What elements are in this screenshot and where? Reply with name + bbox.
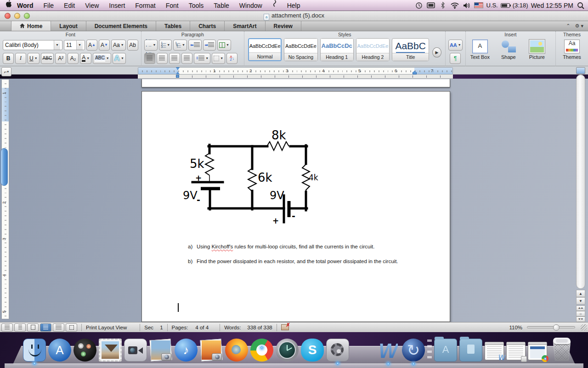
bold-button[interactable]: B <box>3 53 14 64</box>
input-source-label[interactable]: U.S. <box>486 2 498 9</box>
vertical-scrollbar[interactable] <box>576 75 585 289</box>
themes-button[interactable]: Aa Themes <box>556 40 588 66</box>
dock-minimized-word-document[interactable]: W <box>485 342 504 360</box>
window-resize-grip[interactable] <box>581 324 587 331</box>
align-right-button[interactable] <box>169 53 180 64</box>
browse-previous-button[interactable]: ⏶⏶ <box>576 305 585 311</box>
menu-clock[interactable]: Wed 12:55 PM <box>531 2 573 9</box>
browse-next-button[interactable]: ⏷⏷ <box>576 316 585 322</box>
collapse-ribbon-button[interactable]: ⌃ <box>566 23 570 29</box>
grow-font-button[interactable]: A▲ <box>86 40 97 51</box>
dock-finder-icon[interactable] <box>23 339 46 362</box>
style-no-spacing[interactable]: AaBbCcDdEe No Spacing <box>284 38 317 61</box>
tab-stop-selector[interactable]: ⌐▾ <box>1 67 11 76</box>
volume-icon[interactable] <box>462 1 471 10</box>
dock-time-machine-icon[interactable] <box>276 339 299 362</box>
more-styles-button[interactable]: ▶ <box>432 47 441 58</box>
insert-picture-button[interactable]: Picture <box>523 40 551 66</box>
sort-button[interactable]: AZ↓ <box>226 53 237 64</box>
zoom-slider[interactable] <box>527 326 575 328</box>
apple-menu[interactable] <box>0 0 12 11</box>
spotlight-icon[interactable] <box>576 1 585 10</box>
wifi-icon[interactable] <box>450 1 459 10</box>
scroll-down-button[interactable]: ▼ <box>576 297 585 305</box>
dock-messenger-icon[interactable] <box>351 339 374 362</box>
dock-minimized-chrome-window[interactable] <box>528 342 547 360</box>
dock-skype-icon[interactable]: S <box>301 339 324 362</box>
change-styles-button[interactable]: AA▼ <box>448 40 463 51</box>
menu-table[interactable]: Table <box>209 0 234 11</box>
dock-trash-icon[interactable] <box>549 337 574 362</box>
tab-stop-strip[interactable] <box>138 75 453 79</box>
dock-iphoto-icon[interactable] <box>200 339 223 362</box>
dock-firefox-icon[interactable] <box>225 339 248 362</box>
outline-view-button[interactable] <box>14 323 26 332</box>
window-title-bar[interactable]: aattachment (5).docx <box>0 11 588 21</box>
scroll-up-button[interactable]: ▲ <box>576 290 585 297</box>
dock-dashboard-icon[interactable] <box>74 339 96 362</box>
dock-word-icon[interactable]: W <box>377 339 400 362</box>
applescript-menu[interactable] <box>267 0 282 11</box>
justify-button[interactable] <box>181 53 192 64</box>
shrink-font-button[interactable]: A▼ <box>99 40 110 51</box>
dock-facetime-icon[interactable] <box>124 339 147 362</box>
italic-button[interactable]: I <box>15 53 26 64</box>
dock-chrome-icon[interactable] <box>250 339 273 362</box>
select-browse-object-button[interactable]: ○ <box>576 311 585 316</box>
align-center-button[interactable] <box>157 53 168 64</box>
text-effects-button[interactable]: A▼ <box>113 53 126 64</box>
superscript-button[interactable]: A² <box>55 53 66 64</box>
style-heading-2[interactable]: AaBbCcDdEe Heading 2 <box>356 38 390 61</box>
menu-edit[interactable]: Edit <box>59 0 80 11</box>
dock-mail-icon[interactable] <box>99 339 122 362</box>
menu-format[interactable]: Format <box>130 0 160 11</box>
insert-textbox-button[interactable]: A Text Box <box>466 40 494 66</box>
bluetooth-icon[interactable] <box>438 1 447 10</box>
menu-window[interactable]: Window <box>234 0 267 11</box>
zoom-slider-knob[interactable] <box>553 324 560 331</box>
vertical-ruler[interactable]: 1 1 2 3 4 5 <box>1 79 9 319</box>
dock-itunes-icon[interactable]: ♪ <box>175 339 198 362</box>
battery-time[interactable]: (3:18) <box>513 2 528 9</box>
style-normal[interactable]: AaBbCcDdEe Normal <box>248 38 282 61</box>
circuit-diagram-image[interactable]: 8k 5k 6k 4k 9V 9V + - + - <box>175 120 327 226</box>
columns-button[interactable]: ▼ <box>217 40 231 51</box>
style-title[interactable]: AaBbC Title <box>392 38 429 61</box>
dock-system-preferences-icon[interactable] <box>326 339 349 362</box>
fullscreen-view-button[interactable] <box>66 323 77 332</box>
style-heading-1[interactable]: AaBbCcDc Heading 1 <box>320 38 354 61</box>
tab-charts[interactable]: Charts <box>190 21 225 31</box>
menu-help[interactable]: Help <box>282 0 305 11</box>
display-icon[interactable] <box>426 1 435 10</box>
font-family-select[interactable]: Calibri (Body)▼ <box>3 40 62 50</box>
spelling-status-icon[interactable] <box>281 324 289 330</box>
words-value[interactable]: 338 of 338 <box>247 325 272 330</box>
battery-icon[interactable] <box>501 1 510 10</box>
borders-button[interactable]: ▼ <box>212 53 225 64</box>
menu-file[interactable]: File <box>39 0 59 11</box>
dock-minimized-document[interactable] <box>506 342 526 360</box>
notebook-view-button[interactable] <box>53 323 64 332</box>
publishing-view-button[interactable] <box>27 323 39 332</box>
menu-word[interactable]: Word <box>12 0 39 11</box>
draft-view-button[interactable] <box>1 323 13 332</box>
bullets-button[interactable]: ▼ <box>144 40 158 51</box>
line-spacing-button[interactable]: ⇕▼ <box>194 53 211 64</box>
tab-document-elements[interactable]: Document Elements <box>86 21 156 31</box>
align-left-button[interactable] <box>144 53 155 64</box>
underline-button[interactable]: U▼ <box>28 53 40 64</box>
document-page[interactable]: 8k 5k 6k 4k 9V 9V + - + - a) Using Kirch… <box>141 91 450 322</box>
tab-layout[interactable]: Layout <box>51 21 86 31</box>
menu-font[interactable]: Font <box>161 0 184 11</box>
highlight-button[interactable]: ABC▼ <box>93 53 111 64</box>
decrease-indent-button[interactable]: ⬅ <box>188 40 202 51</box>
document-area[interactable]: 1 1 2 3 4 5 <box>0 79 588 322</box>
dock-documents-folder[interactable] <box>459 339 482 362</box>
menu-insert[interactable]: Insert <box>104 0 130 11</box>
font-color-button[interactable]: A▼ <box>80 53 91 64</box>
change-case-button[interactable]: Aa▼ <box>111 40 126 51</box>
dock-network-sync-icon[interactable]: ↻ <box>402 339 425 362</box>
multilevel-list-button[interactable]: 1— a— i—▼ <box>173 40 187 51</box>
menu-tools[interactable]: Tools <box>184 0 209 11</box>
left-indent-marker[interactable] <box>176 75 179 78</box>
